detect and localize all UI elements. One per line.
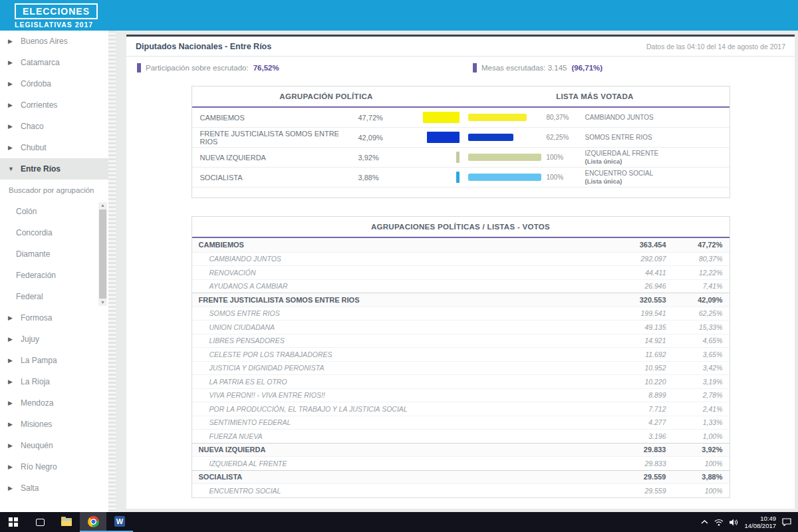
- sidebar-item-label: Salta: [21, 483, 39, 493]
- list-bar-track: [468, 174, 541, 181]
- percent-value: 2,78%: [666, 391, 730, 399]
- votes-value: 29.559: [567, 487, 666, 495]
- province-list-top: ▶Buenos Aires▶Catamarca▶Córdoba▶Corrient…: [0, 31, 116, 158]
- sidebar-item-formosa[interactable]: ▶Formosa: [0, 307, 116, 329]
- lista-row: FUERZA NUEVA3.1961,00%: [192, 429, 730, 443]
- percent-value: 3,19%: [666, 378, 730, 386]
- table2-title: AGRUPACIONES POLÍTICAS / LISTAS - VOTOS: [192, 217, 730, 238]
- lista-name: CAMBIANDO JUNTOS: [192, 255, 567, 263]
- sidebar-item-c-rdoba[interactable]: ▶Córdoba: [0, 73, 116, 94]
- votes-value: 11.692: [567, 350, 666, 358]
- start-button[interactable]: [0, 512, 27, 532]
- table1-footer: [192, 188, 730, 198]
- task-view-icon: [36, 519, 45, 526]
- file-explorer-button[interactable]: [53, 512, 80, 532]
- sidebar-item-buenos-aires[interactable]: ▶Buenos Aires: [0, 31, 116, 52]
- department-item-diamante[interactable]: Diamante: [0, 243, 98, 265]
- scroll-up-icon[interactable]: ▲: [100, 202, 105, 209]
- percent-value: 1,33%: [666, 418, 730, 426]
- sidebar-item-la-pampa[interactable]: ▶La Pampa: [0, 350, 116, 371]
- word-button[interactable]: W: [106, 512, 133, 532]
- department-item-concordia[interactable]: Concordia: [0, 222, 98, 243]
- sidebar-item-label: Jujuy: [21, 334, 39, 344]
- lista-row: VIVA PERON!! - VIVA ENTRE RIOS!!8.8992,7…: [192, 388, 730, 402]
- percent-value: 3,65%: [666, 350, 730, 358]
- sidebar-item-label: Corrientes: [21, 100, 57, 110]
- lista-name: POR LA PRODUCCIÓN, EL TRABAJO Y LA JUSTI…: [192, 405, 567, 413]
- sidebar-item-entre-rios[interactable]: ▼ Entre Ríos: [0, 158, 116, 180]
- agrupacion-name: SOCIALISTA: [192, 473, 567, 481]
- percent-value: 1,00%: [666, 432, 730, 440]
- sidebar-item-chaco[interactable]: ▶Chaco: [0, 116, 116, 137]
- lista-name: IZQUIERDA AL FRENTE: [192, 460, 567, 467]
- scrollbar-thumb[interactable]: [99, 209, 106, 299]
- chevron-right-icon: ▶: [8, 144, 14, 151]
- list-percent: 62,25%: [541, 134, 579, 141]
- votes-value: 14.921: [567, 336, 666, 344]
- sidebar-item-r-o-negro[interactable]: ▶Río Negro: [0, 456, 116, 477]
- lista-name: JUSTICIA Y DIGNIDAD PERONISTA: [192, 364, 567, 372]
- tray-expand-icon[interactable]: [701, 519, 708, 525]
- sidebar-item-salta[interactable]: ▶Salta: [0, 477, 116, 499]
- list-bar: [468, 154, 541, 161]
- lista-row: AYUDANOS A CAMBIAR26.9467,41%: [192, 279, 730, 293]
- lista-row: SENTIMIENTO FEDERAL4.2771,33%: [192, 416, 730, 430]
- party-percent: 47,72%: [358, 114, 423, 122]
- sidebar-item-chubut[interactable]: ▶Chubut: [0, 137, 116, 158]
- party-percent: 3,88%: [358, 174, 423, 182]
- party-bar-track: [423, 172, 460, 183]
- lista-name: AYUDANOS A CAMBIAR: [192, 282, 567, 290]
- department-item-federal[interactable]: Federal: [0, 286, 98, 307]
- page-title: Diputados Nacionales - Entre Ríos: [136, 42, 271, 51]
- chevron-right-icon: ▶: [8, 421, 14, 428]
- table-row: NUEVA IZQUIERDA3,92%100%IZQUIERDA AL FRE…: [192, 148, 730, 168]
- lista-row: SOMOS ENTRE RIOS199.54162,25%: [192, 307, 730, 321]
- sidebar-item-corrientes[interactable]: ▶Corrientes: [0, 94, 116, 116]
- stat-value: 76,52%: [253, 64, 279, 72]
- chevron-right-icon: ▶: [8, 315, 14, 321]
- chrome-button[interactable]: [80, 512, 106, 532]
- sidebar-item-label: Río Negro: [21, 462, 57, 471]
- action-center-icon[interactable]: [782, 518, 791, 526]
- wifi-icon[interactable]: [714, 519, 724, 526]
- percent-value: 47,72%: [666, 241, 730, 249]
- lista-name: ENCUENTRO SOCIAL: [192, 487, 567, 495]
- lista-row: LA PATRIA ES EL OTRO10.2203,19%: [192, 374, 730, 388]
- department-item-federaci-n[interactable]: Federación: [0, 265, 98, 286]
- scroll-down-icon[interactable]: ▼: [100, 299, 105, 306]
- list-bar: [468, 114, 527, 121]
- list-bar: [468, 174, 541, 181]
- sidebar-scrollbar[interactable]: [108, 31, 116, 512]
- department-item-col-n[interactable]: Colón: [0, 201, 98, 222]
- province-sidebar: ▶Buenos Aires▶Catamarca▶Córdoba▶Corrient…: [0, 31, 116, 512]
- sidebar-item-la-rioja[interactable]: ▶La Rioja: [0, 371, 116, 392]
- purple-marker-icon: [473, 63, 477, 72]
- party-name: FRENTE JUSTICIALISTA SOMOS ENTRE RIOS: [192, 130, 358, 146]
- col-agrupacion-politica: AGRUPACIÓN POLÍTICA: [192, 92, 461, 100]
- chevron-right-icon: ▶: [8, 336, 14, 342]
- volume-icon[interactable]: [730, 519, 738, 526]
- sidebar-item-mendoza[interactable]: ▶Mendoza: [0, 392, 116, 414]
- task-view-button[interactable]: [27, 512, 53, 532]
- list-bar-track: [468, 114, 541, 121]
- lista-name: SENTIMIENTO FEDERAL: [192, 418, 567, 426]
- sidebar-item-neuqu-n[interactable]: ▶Neuquén: [0, 435, 116, 456]
- lista-row: ENCUENTRO SOCIAL29.559100%: [192, 483, 730, 497]
- votes-value: 199.541: [567, 309, 666, 317]
- percent-value: 3,42%: [666, 364, 730, 372]
- percent-value: 7,41%: [666, 282, 730, 290]
- sidebar-item-misiones[interactable]: ▶Misiones: [0, 414, 116, 435]
- taskbar-clock[interactable]: 10:49 14/08/2017: [744, 515, 776, 529]
- lista-name: FUERZA NUEVA: [192, 432, 567, 440]
- sidebar-item-catamarca[interactable]: ▶Catamarca: [0, 52, 116, 73]
- sidebar-search-agrupacion[interactable]: Buscador por agrupación: [0, 180, 116, 201]
- lista-name: RENOVACIÓN: [192, 269, 567, 277]
- departments-scrollbar[interactable]: ▲ ▼: [98, 202, 107, 306]
- votes-value: 26.946: [567, 282, 666, 290]
- stat-label: Mesas escrutadas: 3.145: [481, 64, 567, 72]
- word-icon: W: [114, 516, 125, 527]
- votes-value: 10.952: [567, 364, 666, 372]
- taskbar-spacer: [133, 512, 701, 532]
- sidebar-item-jujuy[interactable]: ▶Jujuy: [0, 329, 116, 350]
- votes-value: 292.097: [567, 255, 666, 263]
